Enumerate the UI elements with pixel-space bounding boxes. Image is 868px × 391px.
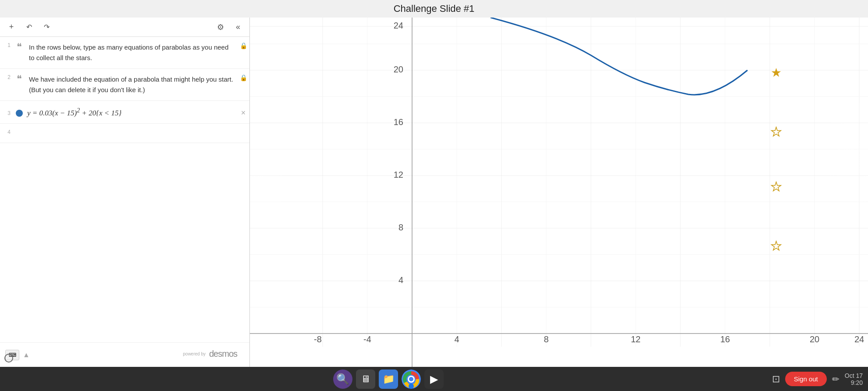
page-title: Challenge Slide #1 xyxy=(394,3,475,14)
powered-by-label: powered by xyxy=(183,352,206,356)
row-number-1: 1 xyxy=(0,40,13,48)
desmos-brand: powered by desmos xyxy=(176,345,244,364)
svg-text:4: 4 xyxy=(398,275,403,285)
expression-row-3[interactable]: 3 y = 0.03(x − 15)2 + 20{x < 15} × xyxy=(0,101,249,124)
row-quote-icon-2: ❝ xyxy=(13,72,25,84)
taskbar: 🔍 🖥 📁 ▶ ⊡ xyxy=(0,367,868,391)
pen-icon[interactable]: ✏ xyxy=(832,374,840,384)
svg-text:20: 20 xyxy=(810,334,819,344)
svg-text:12: 12 xyxy=(631,334,640,344)
svg-text:★: ★ xyxy=(771,125,782,139)
graph-panel[interactable]: -8 -4 4 8 12 16 20 24 4 8 12 16 20 24 xyxy=(250,18,868,367)
svg-text:16: 16 xyxy=(394,117,403,127)
svg-text:8: 8 xyxy=(544,334,548,344)
monitor-taskbar-icon[interactable]: 🖥 xyxy=(356,369,375,389)
text-label-1: In the rows below, type as many equation… xyxy=(29,43,228,61)
empty-row-content[interactable] xyxy=(13,127,249,131)
svg-text:16: 16 xyxy=(720,334,730,344)
chrome-indicator xyxy=(409,384,414,389)
main-container: Challenge Slide #1 + ↶ ↷ ⚙ « 1 ❝ xyxy=(0,0,868,391)
toolbar: + ↶ ↷ ⚙ « xyxy=(0,18,249,37)
close-icon-3[interactable]: × xyxy=(237,107,249,118)
add-button[interactable]: + xyxy=(4,20,18,34)
files-taskbar-icon[interactable]: 📁 xyxy=(379,369,398,389)
svg-text:12: 12 xyxy=(394,170,403,179)
graph-svg: -8 -4 4 8 12 16 20 24 4 8 12 16 20 24 xyxy=(250,18,868,367)
content-area: + ↶ ↷ ⚙ « 1 ❝ In the rows below, typ xyxy=(0,18,868,367)
upload-icon: ▲ xyxy=(23,351,30,359)
lock-icon-2: 🔒 xyxy=(237,72,249,81)
svg-text:24: 24 xyxy=(854,334,864,344)
date-label: Oct 17 xyxy=(845,372,863,379)
svg-text:★: ★ xyxy=(771,66,782,79)
collapse-button[interactable]: « xyxy=(231,20,245,34)
row-number-4: 4 xyxy=(0,127,13,135)
equation-label: y = 0.03(x − 15)2 + 20{x < 15} xyxy=(27,106,121,118)
title-bar: Challenge Slide #1 xyxy=(0,0,868,18)
row-quote-icon-1: ❝ xyxy=(13,40,25,52)
equation-color-indicator xyxy=(13,108,25,117)
undo-button[interactable]: ↶ xyxy=(22,20,36,34)
desmos-logo: desmos xyxy=(209,349,237,359)
row-content-1[interactable]: In the rows below, type as many equation… xyxy=(25,40,237,65)
row-number-2: 2 xyxy=(0,72,13,80)
color-dot xyxy=(16,110,23,117)
taskbar-right: ⊡ Sign out ✏ Oct 17 9:20 xyxy=(772,372,863,386)
assistant-icon[interactable]: 🔍 xyxy=(333,369,352,389)
expression-row-1: 1 ❝ In the rows below, type as many equa… xyxy=(0,37,249,69)
svg-text:★: ★ xyxy=(771,239,782,253)
text-label-2: We have included the equation of a parab… xyxy=(29,75,233,93)
chrome-taskbar-icon[interactable] xyxy=(402,369,421,389)
text-content-1: In the rows below, type as many equation… xyxy=(29,42,234,63)
redo-button[interactable]: ↷ xyxy=(39,20,53,34)
svg-point-49 xyxy=(409,377,413,381)
bottom-bar: ⌨ ▲ powered by desmos xyxy=(0,342,249,367)
svg-text:8: 8 xyxy=(398,222,403,232)
row-number-3: 3 xyxy=(0,108,13,116)
expression-row-2: 2 ❝ We have included the equation of a p… xyxy=(0,69,249,101)
svg-text:★: ★ xyxy=(771,180,782,194)
svg-text:20: 20 xyxy=(394,65,403,74)
equation-content[interactable]: y = 0.03(x − 15)2 + 20{x < 15} xyxy=(25,104,237,120)
svg-text:-4: -4 xyxy=(363,334,371,344)
left-panel: + ↶ ↷ ⚙ « 1 ❝ In the rows below, typ xyxy=(0,18,250,367)
text-content-2: We have included the equation of a parab… xyxy=(29,74,234,95)
row-content-2[interactable]: We have included the equation of a parab… xyxy=(25,72,237,97)
svg-text:4: 4 xyxy=(454,334,459,344)
sign-out-button[interactable]: Sign out xyxy=(785,372,827,386)
play-taskbar-icon[interactable]: ▶ xyxy=(424,369,444,389)
screen-icon[interactable]: ⊡ xyxy=(772,373,780,385)
lock-icon-1: 🔒 xyxy=(237,40,249,49)
expression-row-4[interactable]: 4 xyxy=(0,124,249,143)
svg-text:-8: -8 xyxy=(314,334,322,344)
expression-list: 1 ❝ In the rows below, type as many equa… xyxy=(0,37,249,342)
radio-button[interactable] xyxy=(4,354,13,362)
time-label: 9:20 xyxy=(851,379,863,386)
svg-text:24: 24 xyxy=(394,21,403,30)
taskbar-center: 🔍 🖥 📁 ▶ xyxy=(5,369,772,389)
date-time: Oct 17 9:20 xyxy=(845,372,863,386)
settings-button[interactable]: ⚙ xyxy=(213,20,228,34)
